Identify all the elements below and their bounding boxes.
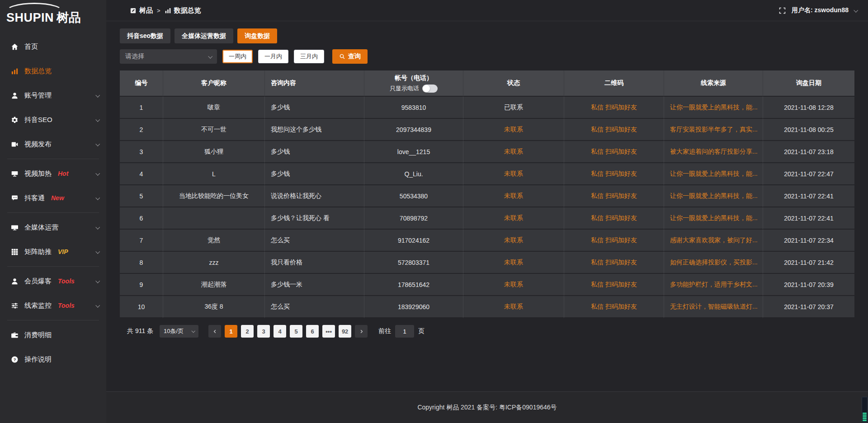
filter-select[interactable]: 请选择 <box>120 49 217 64</box>
logo[interactable]: SHUPIN 树品 <box>6 5 106 31</box>
cell-source-link[interactable]: 如何正确选择投影仪，买投影... <box>664 252 763 274</box>
help-icon: ? <box>11 356 19 363</box>
user-icon <box>11 92 19 99</box>
page-button-1[interactable]: 1 <box>225 325 237 338</box>
table-row: 6多少钱？让我死心 看70898792未联系私信 扫码加好友让你一眼就爱上的黑科… <box>120 207 854 230</box>
cell-source-link[interactable]: 感谢大家喜欢我家，被问了好... <box>664 230 763 252</box>
sidebar-item-media-operation[interactable]: 全媒体运营 <box>0 215 106 240</box>
cell-source-link[interactable]: 让你一眼就爱上的黑科技，能... <box>664 163 763 185</box>
search-button[interactable]: 查询 <box>332 49 368 64</box>
pagination-prev-button[interactable] <box>208 325 221 338</box>
performance-widget <box>862 397 868 423</box>
cell-account: 572803371 <box>364 252 463 274</box>
cell-id: 2 <box>120 119 163 141</box>
cell-date: 2021-11-08 12:28 <box>763 97 854 119</box>
tab-douyin-seo-data[interactable]: 抖音seo数据 <box>120 28 170 43</box>
tab-inquiry-data[interactable]: 询盘数据 <box>237 28 277 43</box>
sidebar-item-member-boom[interactable]: 会员爆客Tools <box>0 269 106 293</box>
sidebar-item-home[interactable]: 首页 <box>0 34 106 59</box>
period-week-button[interactable]: 一周内 <box>222 50 253 63</box>
sidebar-item-badge: Tools <box>58 277 75 285</box>
sidebar-item-badge: VIP <box>58 248 68 255</box>
cell-source-link[interactable]: 无主灯设计，智能磁吸轨道灯... <box>664 296 763 318</box>
page-button-5[interactable]: 5 <box>290 325 302 338</box>
cell-id: 3 <box>120 141 163 163</box>
cell-qrcode-links[interactable]: 私信 扫码加好友 <box>564 274 664 296</box>
cell-source-link[interactable]: 让你一眼就爱上的黑科技，能... <box>664 207 763 230</box>
chat-icon <box>11 194 19 202</box>
period-quarter-button[interactable]: 三月内 <box>294 50 324 63</box>
breadcrumb-data-overview[interactable]: 数据总览 <box>165 6 201 15</box>
cell-qrcode-links[interactable]: 私信 扫码加好友 <box>564 252 664 274</box>
cell-qrcode-links[interactable]: 私信 扫码加好友 <box>564 230 664 252</box>
cell-source-link[interactable]: 多功能护栏灯，适用于乡村文... <box>664 274 763 296</box>
page-button-4[interactable]: 4 <box>274 325 286 338</box>
cell-qrcode-links[interactable]: 私信 扫码加好友 <box>564 185 664 207</box>
phone-only-toggle[interactable] <box>422 85 438 93</box>
cell-nickname: 36度 8 <box>163 296 265 318</box>
cell-qrcode-links[interactable]: 私信 扫码加好友 <box>564 97 664 119</box>
cell-qrcode-links[interactable]: 私信 扫码加好友 <box>564 296 664 318</box>
cell-date: 2021-11-07 20:39 <box>763 274 854 296</box>
cell-source-link[interactable]: 让你一眼就爱上的黑科技，能... <box>664 97 763 119</box>
column-header-source: 线索来源 <box>664 70 763 97</box>
sidebar-item-doketong[interactable]: 抖客通New <box>0 186 106 210</box>
sidebar-item-video-publish[interactable]: 视频发布 <box>0 132 106 156</box>
page-button-3[interactable]: 3 <box>257 325 270 338</box>
cell-nickname: L <box>163 163 265 185</box>
cell-qrcode-links[interactable]: 私信 扫码加好友 <box>564 119 664 141</box>
cell-source-link[interactable]: 让你一眼就爱上的黑科技，能... <box>664 185 763 207</box>
sidebar-item-account-manage[interactable]: 账号管理 <box>0 83 106 108</box>
sidebar-item-matrix-boost[interactable]: 矩阵助推VIP <box>0 240 106 264</box>
sidebar-item-label: 视频加热 <box>24 169 52 178</box>
sidebar-item-operation-guide[interactable]: ?操作说明 <box>0 347 106 371</box>
chevron-down-icon <box>95 249 100 254</box>
username[interactable]: 用户名: zswodun88 <box>792 6 849 14</box>
pagination-next-button[interactable] <box>355 325 368 338</box>
page-size-select[interactable]: 10条/页 <box>160 325 198 338</box>
chevron-down-icon <box>208 54 212 58</box>
cell-source-link[interactable]: 被大家追着问的客厅投影分享... <box>664 141 763 163</box>
column-header-content: 咨询内容 <box>265 70 364 97</box>
perf-bar <box>863 416 867 418</box>
chevron-down-icon[interactable] <box>854 8 858 12</box>
perf-bar <box>863 413 867 414</box>
tab-media-operation-data[interactable]: 全媒体运营数据 <box>175 28 233 43</box>
table-row: 4L多少钱Q_Liu.未联系私信 扫码加好友让你一眼就爱上的黑科技，能...20… <box>120 163 854 185</box>
cell-nickname: 啵章 <box>163 97 265 119</box>
cell-id: 9 <box>120 274 163 296</box>
cell-date: 2021-11-07 21:42 <box>763 252 854 274</box>
search-icon <box>339 53 345 60</box>
chevron-left-icon <box>212 329 217 334</box>
cell-status: 未联系 <box>463 119 564 141</box>
breadcrumb-shupin[interactable]: 树品 <box>130 6 153 15</box>
page-button-2[interactable]: 2 <box>241 325 254 338</box>
sidebar-item-douyin-seo[interactable]: 抖音SEO <box>0 108 106 132</box>
table-row: 2不可一世我想问这个多少钱2097344839未联系私信 扫码加好友客厅安装投影… <box>120 119 854 141</box>
sidebar-item-data-overview[interactable]: 数据总览 <box>0 59 106 83</box>
pagination-total: 共 911 条 <box>127 327 153 335</box>
sidebar-item-consume-detail[interactable]: 消费明细 <box>0 323 106 347</box>
period-month-button[interactable]: 一月内 <box>258 50 288 63</box>
page-button-6[interactable]: 6 <box>306 325 319 338</box>
cell-account: 178651642 <box>364 274 463 296</box>
chevron-down-icon <box>95 171 100 175</box>
cell-source-link[interactable]: 客厅安装投影半年多了，真实... <box>664 119 763 141</box>
cell-qrcode-links[interactable]: 私信 扫码加好友 <box>564 163 664 185</box>
cell-qrcode-links[interactable]: 私信 扫码加好友 <box>564 141 664 163</box>
goto-page-input[interactable] <box>395 325 414 338</box>
cell-account: 50534380 <box>364 185 463 207</box>
cell-status: 未联系 <box>463 274 564 296</box>
sidebar-divider <box>7 320 99 320</box>
cell-content: 多少钱？让我死心 看 <box>265 207 364 230</box>
cell-qrcode-links[interactable]: 私信 扫码加好友 <box>564 207 664 230</box>
cell-account: 9583810 <box>364 97 463 119</box>
chevron-down-icon <box>95 195 100 200</box>
page-button-92[interactable]: 92 <box>339 325 351 338</box>
board-icon <box>130 7 137 14</box>
fullscreen-icon[interactable] <box>778 7 786 14</box>
sidebar-item-video-heat[interactable]: 视频加热Hot <box>0 161 106 186</box>
page-ellipsis-button[interactable]: ••• <box>322 325 335 338</box>
sidebar-item-clue-monitor[interactable]: 线索监控Tools <box>0 293 106 318</box>
chart-icon <box>165 7 171 14</box>
